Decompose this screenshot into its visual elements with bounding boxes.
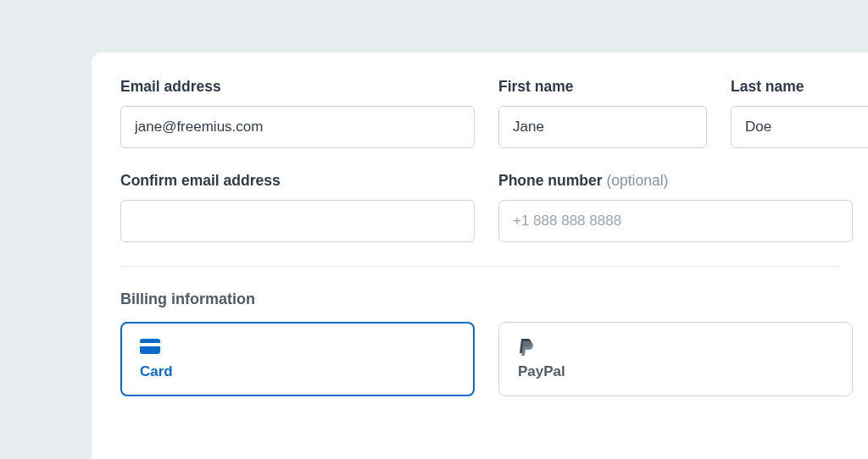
last-name-field-group: Last name <box>731 78 868 148</box>
payment-option-paypal-label: PayPal <box>518 363 833 380</box>
payment-option-card-label: Card <box>140 363 455 380</box>
divider <box>120 266 839 267</box>
checkout-form: Email address First name Last name Confi… <box>92 53 868 459</box>
email-input[interactable] <box>120 106 475 148</box>
first-name-field-group: First name <box>498 78 707 148</box>
confirm-email-field-group: Confirm email address <box>120 172 475 242</box>
phone-field-group: Phone number (optional) <box>498 172 853 242</box>
email-label: Email address <box>120 78 475 96</box>
phone-input[interactable] <box>498 200 853 242</box>
svg-rect-1 <box>140 343 160 346</box>
paypal-icon <box>518 336 833 357</box>
first-name-input[interactable] <box>498 106 707 148</box>
last-name-input[interactable] <box>731 106 868 148</box>
payment-option-card[interactable]: Card <box>120 322 475 396</box>
confirm-email-input[interactable] <box>120 200 475 242</box>
payment-option-paypal[interactable]: PayPal <box>498 322 853 396</box>
phone-label: Phone number (optional) <box>498 172 853 190</box>
card-icon <box>140 336 455 357</box>
phone-optional-text: (optional) <box>606 172 668 189</box>
phone-label-text: Phone number <box>498 172 603 189</box>
last-name-label: Last name <box>731 78 868 96</box>
first-name-label: First name <box>498 78 707 96</box>
confirm-email-label: Confirm email address <box>120 172 475 190</box>
billing-section-title: Billing information <box>120 290 839 308</box>
email-field-group: Email address <box>120 78 475 148</box>
